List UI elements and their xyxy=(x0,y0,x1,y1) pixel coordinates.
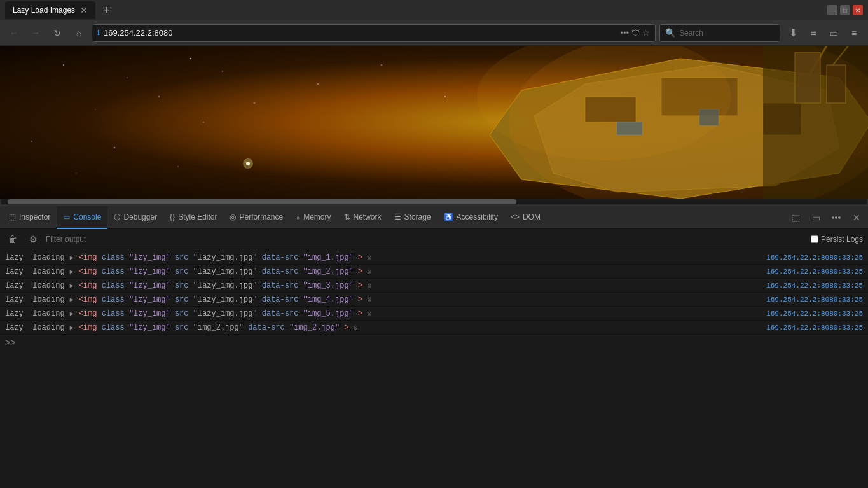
tab-memory[interactable]: ⬦ Memory xyxy=(289,206,337,229)
search-bar[interactable]: 🔍 Search xyxy=(659,24,780,42)
star-icon[interactable]: ☆ xyxy=(642,28,650,38)
console-code-2: <img class="lzy_img" src="lazy_img.jpg" … xyxy=(79,267,762,276)
console-message-label: lazy loading xyxy=(5,295,65,304)
console-message-label: lazy loading xyxy=(5,309,65,318)
tab-console[interactable]: ▭ Console xyxy=(57,206,107,229)
new-tab-button[interactable]: + xyxy=(98,1,116,19)
memory-icon: ⬦ xyxy=(296,213,300,221)
nav-bar: ← → ↻ ⌂ ℹ 169.254.22.2:8080 ••• 🛡 ☆ 🔍 Se… xyxy=(0,20,868,46)
active-tab[interactable]: Lazy Load Images ✕ xyxy=(5,1,95,19)
console-icon: ▭ xyxy=(63,213,70,221)
console-row: lazy loading ▶ <img class="lzy_img" src=… xyxy=(0,307,868,321)
console-code-4: <img class="lzy_img" src="lazy_img.jpg" … xyxy=(79,295,762,304)
svg-point-12 xyxy=(177,166,179,167)
home-button[interactable]: ⌂ xyxy=(70,24,88,42)
tab-accessibility[interactable]: ♿ Accessibility xyxy=(437,206,504,229)
console-output: lazy loading ▶ <img class="lzy_img" src=… xyxy=(0,249,868,488)
close-button[interactable]: ✕ xyxy=(853,5,863,15)
svg-rect-33 xyxy=(795,52,820,103)
back-button[interactable]: ← xyxy=(5,24,23,42)
address-bar[interactable]: ℹ 169.254.22.2:8080 ••• 🛡 ☆ xyxy=(92,24,656,42)
timestamp-1: 169.254.22.2:8080:33:25 xyxy=(766,254,863,261)
search-icon: 🔍 xyxy=(665,28,675,38)
console-row: lazy loading ▶ <img class="lzy_img" src=… xyxy=(0,279,868,293)
scrollbar-track xyxy=(1,199,867,204)
dom-icon: <> xyxy=(511,213,520,221)
scrollbar-thumb[interactable] xyxy=(8,199,516,204)
filter-button[interactable]: ⚙ xyxy=(25,232,41,247)
expand-arrow[interactable]: ▶ xyxy=(70,254,74,261)
clear-console-button[interactable]: 🗑 xyxy=(5,232,20,247)
expand-arrow[interactable]: ▶ xyxy=(70,282,74,289)
memory-label: Memory xyxy=(303,213,331,221)
refresh-button[interactable]: ↻ xyxy=(48,24,66,42)
browser-window: Lazy Load Images ✕ + — □ ✕ ← → ↻ ⌂ ℹ 169… xyxy=(0,0,868,488)
svg-point-1 xyxy=(127,77,128,78)
prompt-arrow: >> xyxy=(5,337,15,347)
tab-close-btn[interactable]: ✕ xyxy=(80,5,88,15)
tab-debugger[interactable]: ⬡ Debugger xyxy=(107,206,163,229)
title-bar: Lazy Load Images ✕ + — □ ✕ xyxy=(0,0,868,20)
minimize-button[interactable]: — xyxy=(827,5,837,15)
security-icon: ℹ xyxy=(97,29,100,37)
horizontal-scrollbar[interactable] xyxy=(0,199,868,205)
space-illustration xyxy=(0,46,868,199)
menu-button[interactable]: ≡ xyxy=(845,24,863,42)
tab-label: Lazy Load Images xyxy=(13,6,75,15)
network-icon: ⇅ xyxy=(344,213,350,221)
search-placeholder: Search xyxy=(679,29,703,38)
title-bar-left: Lazy Load Images ✕ + xyxy=(5,1,825,19)
console-code-3: <img class="lzy_img" src="lazy_img.jpg" … xyxy=(79,281,762,290)
accessibility-icon: ♿ xyxy=(444,213,453,221)
devtools-more-button[interactable]: ••• xyxy=(827,209,845,227)
svg-point-9 xyxy=(31,141,32,142)
console-message-label: lazy loading xyxy=(5,323,65,332)
inspector-icon: ⬚ xyxy=(9,213,16,221)
console-row: lazy loading ▶ <img class="lzy_img" src=… xyxy=(0,293,868,307)
url-display: 169.254.22.2:8080 xyxy=(104,28,616,38)
filter-input[interactable] xyxy=(46,235,806,244)
expand-arrow[interactable]: ▶ xyxy=(70,296,74,303)
tab-storage[interactable]: ☰ Storage xyxy=(388,206,437,229)
nav-actions: ⬇ ≡ ▭ ≡ xyxy=(784,24,863,42)
devtools-toolbar: ⬚ Inspector ▭ Console ⬡ Debugger {} Styl… xyxy=(0,206,868,229)
svg-point-2 xyxy=(190,58,191,59)
persist-logs-checkbox[interactable]: Persist Logs xyxy=(811,235,863,244)
accessibility-label: Accessibility xyxy=(457,213,498,221)
expand-arrow[interactable]: ▶ xyxy=(70,268,74,275)
style-editor-label: Style Editor xyxy=(178,213,217,221)
svg-point-11 xyxy=(114,147,115,148)
library-button[interactable]: ≡ xyxy=(804,24,822,42)
console-message-label: lazy loading xyxy=(5,267,65,276)
storage-label: Storage xyxy=(404,213,431,221)
console-code-1: <img class="lzy_img" src="lazy_img.jpg" … xyxy=(79,253,762,262)
download-button[interactable]: ⬇ xyxy=(784,24,802,42)
style-editor-icon: {} xyxy=(170,213,175,221)
tab-style-editor[interactable]: {} Style Editor xyxy=(163,206,223,229)
console-prompt-line: >> xyxy=(0,335,868,350)
panel-layout-button[interactable]: ▭ xyxy=(807,209,825,227)
screenshot-button[interactable]: ⬚ xyxy=(787,209,804,227)
maximize-button[interactable]: □ xyxy=(840,5,850,15)
more-icon[interactable]: ••• xyxy=(620,28,629,38)
tab-network[interactable]: ⇅ Network xyxy=(338,206,388,229)
timestamp-4: 169.254.22.2:8080:33:25 xyxy=(766,296,863,303)
tab-dom[interactable]: <> DOM xyxy=(504,206,547,229)
persist-logs-toggle[interactable] xyxy=(811,235,818,243)
svg-point-14 xyxy=(203,122,204,123)
tab-performance[interactable]: ◎ Performance xyxy=(223,206,289,229)
expand-arrow[interactable]: ▶ xyxy=(70,324,74,331)
tab-inspector[interactable]: ⬚ Inspector xyxy=(3,206,57,229)
shield-icon[interactable]: 🛡 xyxy=(631,28,640,38)
console-row: lazy loading ▶ <img class="lzy_img" src=… xyxy=(0,321,868,335)
expand-arrow[interactable]: ▶ xyxy=(70,310,74,317)
sidebar-button[interactable]: ▭ xyxy=(825,24,843,42)
debugger-label: Debugger xyxy=(123,213,157,221)
devtools-close-button[interactable]: ✕ xyxy=(848,209,865,227)
forward-button[interactable]: → xyxy=(27,24,45,42)
page-viewport xyxy=(0,46,868,199)
svg-point-4 xyxy=(95,109,95,109)
svg-point-16 xyxy=(243,158,253,169)
window-controls: — □ ✕ xyxy=(827,5,863,15)
svg-point-10 xyxy=(76,172,76,173)
